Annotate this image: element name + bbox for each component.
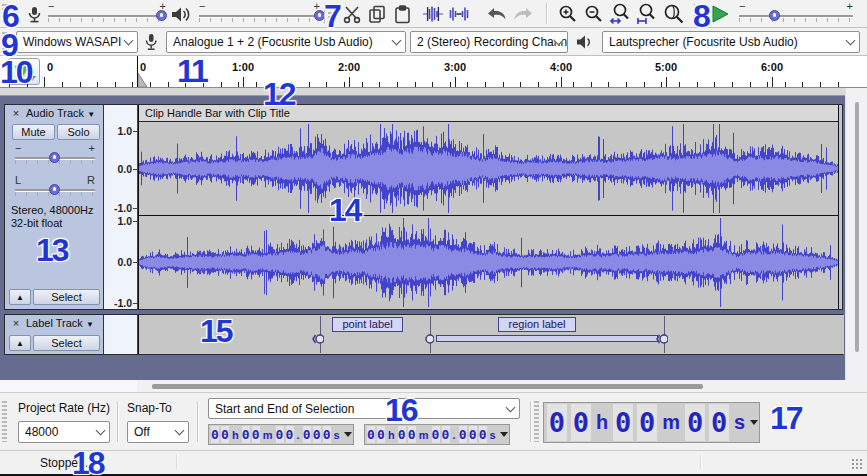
time-digit[interactable]: 0 xyxy=(442,426,450,443)
selection-mode-select[interactable]: Start and End of Selection xyxy=(208,398,520,419)
selection-start-field[interactable]: 00h00m00.000s xyxy=(208,424,354,445)
zoom-toggle-button[interactable] xyxy=(660,2,688,26)
vertical-scale-ruler[interactable]: 1.00.0-1.01.00.0-1.0 xyxy=(104,105,138,309)
region-label-marker[interactable] xyxy=(422,331,434,345)
time-format-dropdown-icon[interactable] xyxy=(750,420,758,425)
time-unit[interactable]: s xyxy=(488,429,498,441)
time-digit[interactable]: 0 xyxy=(276,426,284,443)
time-unit[interactable]: s xyxy=(332,429,342,441)
play-speed-slider[interactable]: − + xyxy=(737,2,855,24)
collapse-track-button[interactable]: ▲ xyxy=(9,289,31,305)
time-digit[interactable]: 0 xyxy=(252,426,260,443)
collapse-track-button[interactable]: ▲ xyxy=(9,335,31,351)
gain-slider[interactable]: − + xyxy=(13,144,97,166)
playback-volume-slider[interactable]: − + xyxy=(197,2,322,24)
toolbar-grip[interactable] xyxy=(2,401,7,442)
gain-thumb[interactable] xyxy=(49,152,60,163)
track-title-menu[interactable]: Label Track ▼ xyxy=(26,317,94,329)
point-label-marker[interactable] xyxy=(312,331,324,345)
trim-audio-button[interactable] xyxy=(421,2,445,26)
horizontal-scrollbar[interactable] xyxy=(0,380,845,392)
time-unit[interactable]: . xyxy=(295,429,302,441)
label-area[interactable]: point labelregion label xyxy=(138,315,844,354)
close-track-button[interactable]: × xyxy=(9,317,23,331)
vertical-scrollbar[interactable] xyxy=(845,88,867,380)
playback-volume-thumb[interactable] xyxy=(314,10,325,21)
audio-clip[interactable]: Clip Handle Bar with Clip Title xyxy=(138,105,839,309)
time-digit[interactable]: 0 xyxy=(242,426,250,443)
redo-button[interactable] xyxy=(511,2,535,26)
select-track-button[interactable]: Select xyxy=(33,335,100,351)
recording-device-select[interactable]: Analogue 1 + 2 (Focusrite Usb Audio) xyxy=(166,31,406,53)
horizontal-scrollbar-thumb[interactable] xyxy=(152,384,703,389)
close-track-button[interactable]: × xyxy=(9,107,23,121)
zoom-out-button[interactable] xyxy=(582,2,606,26)
time-unit[interactable]: m xyxy=(659,411,683,434)
play-speed-thumb[interactable] xyxy=(769,10,780,21)
undo-button[interactable] xyxy=(485,2,509,26)
audio-position-field[interactable]: 00h00m00s xyxy=(543,402,760,443)
time-digit[interactable]: 0 xyxy=(547,404,567,441)
copy-button[interactable] xyxy=(365,2,389,26)
paste-button[interactable] xyxy=(390,2,414,26)
project-rate-select[interactable]: 48000 xyxy=(18,421,110,443)
window-resize-grip[interactable] xyxy=(851,458,863,470)
time-digit[interactable]: 0 xyxy=(323,426,331,443)
pan-slider[interactable]: L R xyxy=(13,176,97,198)
time-unit[interactable]: h xyxy=(386,429,397,441)
time-unit[interactable]: h xyxy=(230,429,241,441)
cut-button[interactable] xyxy=(340,2,364,26)
time-digit[interactable]: 0 xyxy=(432,426,440,443)
region-label-marker[interactable] xyxy=(656,331,668,345)
time-digit[interactable]: 0 xyxy=(613,404,633,441)
clip-handle-bar[interactable]: Clip Handle Bar with Clip Title xyxy=(139,105,838,122)
quick-play-marker[interactable] xyxy=(138,73,148,87)
time-digit[interactable]: 0 xyxy=(637,404,657,441)
vertical-scrollbar-thumb[interactable] xyxy=(855,102,859,352)
time-digit[interactable]: 0 xyxy=(367,426,375,443)
time-digit[interactable]: 0 xyxy=(398,426,406,443)
time-digit[interactable]: 0 xyxy=(469,426,477,443)
recording-channels-select[interactable]: 2 (Stereo) Recording Channels xyxy=(410,31,568,53)
time-unit[interactable]: m xyxy=(261,429,275,441)
time-digit[interactable]: 0 xyxy=(221,426,229,443)
zoom-selection-button[interactable] xyxy=(608,2,632,26)
time-digit[interactable]: 0 xyxy=(571,404,591,441)
audio-host-select[interactable]: Windows WASAPI xyxy=(16,31,138,53)
region-label-text[interactable]: region label xyxy=(498,317,576,332)
recording-volume-thumb[interactable] xyxy=(156,10,167,21)
time-digit[interactable]: 0 xyxy=(685,404,705,441)
waveform-channel-left[interactable] xyxy=(139,122,838,215)
time-digit[interactable]: 0 xyxy=(459,426,467,443)
time-digit[interactable]: 0 xyxy=(408,426,416,443)
time-digit[interactable]: 0 xyxy=(709,404,729,441)
mute-button[interactable]: Mute xyxy=(12,124,55,140)
time-digit[interactable]: 0 xyxy=(479,426,487,443)
track-title-menu[interactable]: Audio Track ▼ xyxy=(26,107,95,119)
silence-audio-button[interactable] xyxy=(447,2,471,26)
time-unit[interactable]: m xyxy=(417,429,431,441)
playback-device-select[interactable]: Lautsprecher (Focusrite Usb Audio) xyxy=(602,31,860,53)
zoom-in-button[interactable] xyxy=(556,2,580,26)
solo-button[interactable]: Solo xyxy=(57,124,100,140)
track-window[interactable]: × Audio Track ▼ Mute Solo − + L R xyxy=(0,88,845,380)
recording-volume-slider[interactable]: − + xyxy=(46,2,168,24)
point-label-text[interactable]: point label xyxy=(332,317,403,332)
time-format-dropdown-icon[interactable] xyxy=(500,432,508,437)
time-unit[interactable]: h xyxy=(593,411,611,434)
time-unit[interactable]: . xyxy=(451,429,458,441)
time-unit[interactable]: s xyxy=(731,411,748,434)
pan-thumb[interactable] xyxy=(49,184,60,195)
time-format-dropdown-icon[interactable] xyxy=(344,432,352,437)
time-digit[interactable]: 0 xyxy=(211,426,219,443)
play-at-speed-button[interactable] xyxy=(706,2,734,26)
timeline-ruler[interactable]: 001:002:003:004:005:006:00 xyxy=(0,56,867,88)
select-track-button[interactable]: Select xyxy=(33,289,100,305)
zoom-fit-button[interactable] xyxy=(634,2,658,26)
time-digit[interactable]: 0 xyxy=(303,426,311,443)
toolbar-grip[interactable] xyxy=(534,401,539,442)
time-digit[interactable]: 0 xyxy=(377,426,385,443)
time-digit[interactable]: 0 xyxy=(313,426,321,443)
region-label-bar[interactable] xyxy=(436,335,658,342)
waveform-channel-right[interactable] xyxy=(139,216,838,309)
